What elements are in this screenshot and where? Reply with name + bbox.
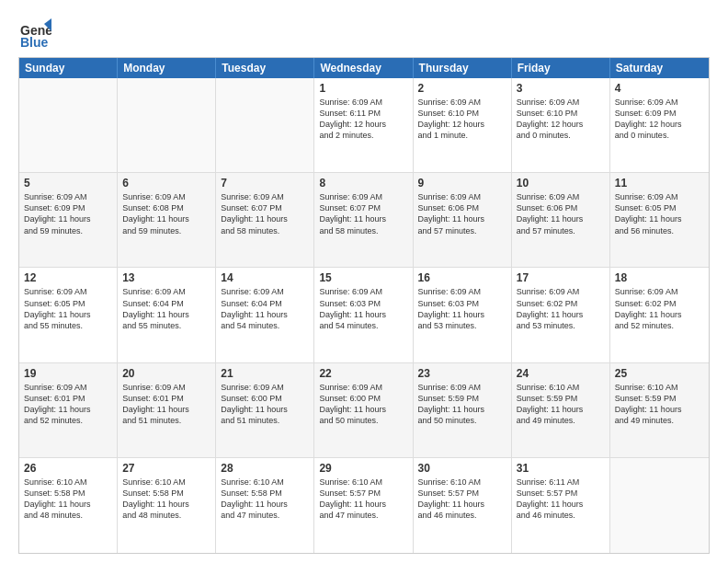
cell-info: Sunrise: 6:10 AMSunset: 5:58 PMDaylight:… <box>221 477 309 522</box>
cell-info: Sunrise: 6:09 AMSunset: 6:03 PMDaylight:… <box>319 286 407 331</box>
day-number: 19 <box>24 367 112 380</box>
cell-info: Sunrise: 6:10 AMSunset: 5:59 PMDaylight:… <box>517 382 605 427</box>
day-header-friday: Friday <box>512 58 610 78</box>
day-number: 2 <box>418 82 506 95</box>
day-cell-14: 14Sunrise: 6:09 AMSunset: 6:04 PMDayligh… <box>216 268 314 362</box>
day-cell-11: 11Sunrise: 6:09 AMSunset: 6:05 PMDayligh… <box>610 173 709 267</box>
cell-info: Sunrise: 6:11 AMSunset: 5:57 PMDaylight:… <box>517 477 605 522</box>
day-number: 16 <box>418 271 506 284</box>
day-cell-4: 4Sunrise: 6:09 AMSunset: 6:09 PMDaylight… <box>610 78 709 172</box>
day-cell-7: 7Sunrise: 6:09 AMSunset: 6:07 PMDaylight… <box>216 173 314 267</box>
day-cell-10: 10Sunrise: 6:09 AMSunset: 6:06 PMDayligh… <box>512 173 610 267</box>
cell-info: Sunrise: 6:09 AMSunset: 6:02 PMDaylight:… <box>517 286 605 331</box>
day-number: 15 <box>319 271 407 284</box>
day-cell-17: 17Sunrise: 6:09 AMSunset: 6:02 PMDayligh… <box>512 268 610 362</box>
cell-info: Sunrise: 6:09 AMSunset: 6:10 PMDaylight:… <box>418 97 506 142</box>
cell-info: Sunrise: 6:10 AMSunset: 5:58 PMDaylight:… <box>122 477 210 522</box>
day-number: 14 <box>221 271 309 284</box>
empty-cell <box>118 78 216 172</box>
week-row: 19Sunrise: 6:09 AMSunset: 6:01 PMDayligh… <box>19 363 709 458</box>
cell-info: Sunrise: 6:09 AMSunset: 6:07 PMDaylight:… <box>221 191 309 236</box>
cell-info: Sunrise: 6:10 AMSunset: 5:59 PMDaylight:… <box>615 382 704 427</box>
day-number: 28 <box>221 462 309 475</box>
cell-info: Sunrise: 6:10 AMSunset: 5:57 PMDaylight:… <box>418 477 506 522</box>
day-number: 25 <box>615 367 704 380</box>
day-cell-5: 5Sunrise: 6:09 AMSunset: 6:09 PMDaylight… <box>19 173 118 267</box>
day-cell-9: 9Sunrise: 6:09 AMSunset: 6:06 PMDaylight… <box>414 173 512 267</box>
calendar-body: 1Sunrise: 6:09 AMSunset: 6:11 PMDaylight… <box>19 78 709 553</box>
cell-info: Sunrise: 6:09 AMSunset: 6:09 PMDaylight:… <box>615 97 704 142</box>
day-number: 8 <box>319 177 407 190</box>
cell-info: Sunrise: 6:09 AMSunset: 6:10 PMDaylight:… <box>517 97 605 142</box>
day-number: 10 <box>517 177 605 190</box>
logo: General Blue <box>18 17 53 50</box>
empty-cell <box>610 458 709 553</box>
cell-info: Sunrise: 6:09 AMSunset: 6:00 PMDaylight:… <box>319 382 407 427</box>
empty-cell <box>19 78 118 172</box>
cell-info: Sunrise: 6:09 AMSunset: 5:59 PMDaylight:… <box>418 382 506 427</box>
day-number: 12 <box>24 271 112 284</box>
day-cell-3: 3Sunrise: 6:09 AMSunset: 6:10 PMDaylight… <box>512 78 610 172</box>
cell-info: Sunrise: 6:09 AMSunset: 6:11 PMDaylight:… <box>319 97 407 142</box>
cell-info: Sunrise: 6:09 AMSunset: 6:08 PMDaylight:… <box>122 191 210 236</box>
day-header-saturday: Saturday <box>610 58 709 78</box>
day-cell-6: 6Sunrise: 6:09 AMSunset: 6:08 PMDaylight… <box>118 173 216 267</box>
day-cell-13: 13Sunrise: 6:09 AMSunset: 6:04 PMDayligh… <box>118 268 216 362</box>
svg-text:Blue: Blue <box>20 35 49 50</box>
day-cell-21: 21Sunrise: 6:09 AMSunset: 6:00 PMDayligh… <box>216 363 314 457</box>
day-number: 13 <box>122 271 210 284</box>
cell-info: Sunrise: 6:09 AMSunset: 6:05 PMDaylight:… <box>24 286 112 331</box>
day-number: 18 <box>615 271 704 284</box>
cell-info: Sunrise: 6:09 AMSunset: 6:01 PMDaylight:… <box>122 382 210 427</box>
day-cell-8: 8Sunrise: 6:09 AMSunset: 6:07 PMDaylight… <box>314 173 413 267</box>
day-number: 30 <box>418 462 506 475</box>
day-cell-26: 26Sunrise: 6:10 AMSunset: 5:58 PMDayligh… <box>19 458 118 553</box>
day-cell-25: 25Sunrise: 6:10 AMSunset: 5:59 PMDayligh… <box>610 363 709 457</box>
day-cell-20: 20Sunrise: 6:09 AMSunset: 6:01 PMDayligh… <box>118 363 216 457</box>
empty-cell <box>216 78 314 172</box>
week-row: 5Sunrise: 6:09 AMSunset: 6:09 PMDaylight… <box>19 173 709 268</box>
day-number: 27 <box>122 462 210 475</box>
day-number: 7 <box>221 177 309 190</box>
day-number: 24 <box>517 367 605 380</box>
cell-info: Sunrise: 6:10 AMSunset: 5:57 PMDaylight:… <box>319 477 407 522</box>
day-number: 17 <box>517 271 605 284</box>
cell-info: Sunrise: 6:09 AMSunset: 6:06 PMDaylight:… <box>418 191 506 236</box>
day-number: 1 <box>319 82 407 95</box>
cell-info: Sunrise: 6:09 AMSunset: 6:04 PMDaylight:… <box>122 286 210 331</box>
day-number: 21 <box>221 367 309 380</box>
page: General Blue SundayMondayTuesdayWednesda… <box>0 0 728 563</box>
cell-info: Sunrise: 6:09 AMSunset: 6:02 PMDaylight:… <box>615 286 704 331</box>
day-number: 11 <box>615 177 704 190</box>
day-number: 5 <box>24 177 112 190</box>
header: General Blue <box>18 17 710 50</box>
day-number: 26 <box>24 462 112 475</box>
calendar: SundayMondayTuesdayWednesdayThursdayFrid… <box>18 57 710 554</box>
week-row: 26Sunrise: 6:10 AMSunset: 5:58 PMDayligh… <box>19 458 709 553</box>
day-number: 22 <box>319 367 407 380</box>
day-number: 6 <box>122 177 210 190</box>
cell-info: Sunrise: 6:09 AMSunset: 6:04 PMDaylight:… <box>221 286 309 331</box>
day-number: 3 <box>517 82 605 95</box>
day-cell-31: 31Sunrise: 6:11 AMSunset: 5:57 PMDayligh… <box>512 458 610 553</box>
day-number: 31 <box>517 462 605 475</box>
day-header-wednesday: Wednesday <box>314 58 413 78</box>
day-cell-19: 19Sunrise: 6:09 AMSunset: 6:01 PMDayligh… <box>19 363 118 457</box>
cell-info: Sunrise: 6:10 AMSunset: 5:58 PMDaylight:… <box>24 477 112 522</box>
day-cell-22: 22Sunrise: 6:09 AMSunset: 6:00 PMDayligh… <box>314 363 413 457</box>
day-cell-12: 12Sunrise: 6:09 AMSunset: 6:05 PMDayligh… <box>19 268 118 362</box>
day-number: 4 <box>615 82 704 95</box>
day-header-sunday: Sunday <box>19 58 118 78</box>
day-cell-29: 29Sunrise: 6:10 AMSunset: 5:57 PMDayligh… <box>314 458 413 553</box>
day-header-monday: Monday <box>118 58 216 78</box>
day-number: 23 <box>418 367 506 380</box>
day-cell-28: 28Sunrise: 6:10 AMSunset: 5:58 PMDayligh… <box>216 458 314 553</box>
day-cell-15: 15Sunrise: 6:09 AMSunset: 6:03 PMDayligh… <box>314 268 413 362</box>
cell-info: Sunrise: 6:09 AMSunset: 6:03 PMDaylight:… <box>418 286 506 331</box>
day-cell-24: 24Sunrise: 6:10 AMSunset: 5:59 PMDayligh… <box>512 363 610 457</box>
week-row: 12Sunrise: 6:09 AMSunset: 6:05 PMDayligh… <box>19 268 709 362</box>
day-number: 29 <box>319 462 407 475</box>
cell-info: Sunrise: 6:09 AMSunset: 6:01 PMDaylight:… <box>24 382 112 427</box>
cell-info: Sunrise: 6:09 AMSunset: 6:00 PMDaylight:… <box>221 382 309 427</box>
calendar-header: SundayMondayTuesdayWednesdayThursdayFrid… <box>19 58 709 78</box>
